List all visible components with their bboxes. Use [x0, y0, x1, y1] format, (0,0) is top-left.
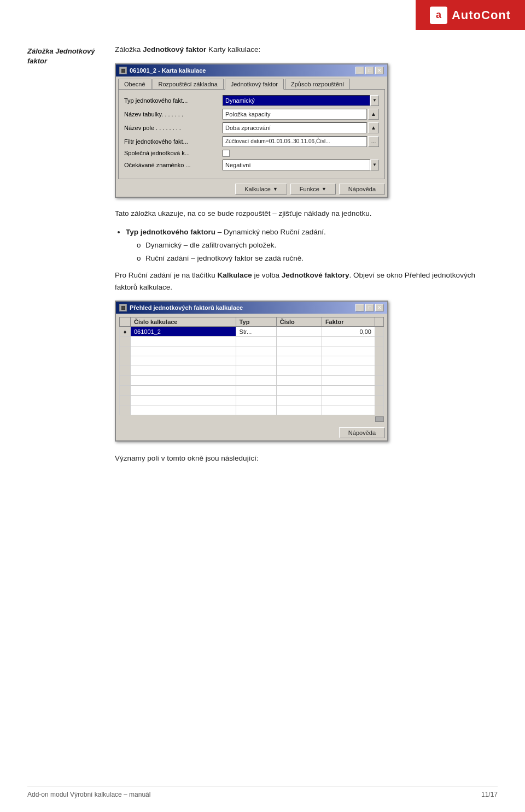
dialog2-close[interactable]: ✕	[375, 304, 384, 311]
btn-kalkulace-label: Kalkulace	[244, 186, 271, 192]
tab-zpusob[interactable]: Způsob rozpouštění	[285, 79, 350, 89]
dropdown-arrow-znamenko[interactable]: ▼	[370, 160, 379, 170]
row1-marker: ♦	[120, 327, 131, 337]
scrollbar-corner	[375, 416, 384, 422]
table-row-2	[120, 337, 384, 346]
dialog1: ▦ 061001_2 - Karta kalkulace _ □ ✕ Obecn…	[115, 63, 388, 198]
sub-list: Dynamický – dle zafiltrovaných položek. …	[137, 240, 498, 264]
logo-bar: a AutoCont	[416, 0, 525, 30]
side-content: Záložka Jednotkový faktor Karty kalkulac…	[115, 44, 498, 472]
dialog2-title: Přehled jednotkových faktorů kalkulace	[130, 304, 243, 311]
row-znamenko: Očekávané znaménko ... Negativní ▼	[124, 160, 379, 170]
table-row-3	[120, 346, 384, 356]
dialog2-controls[interactable]: _ □ ✕	[355, 304, 384, 311]
dialog1-title-left: ▦ 061001_2 - Karta kalkulace	[119, 67, 206, 74]
footer-left: Add-on modul Výrobní kalkulace – manuál	[27, 791, 150, 798]
dialog2-maximize[interactable]: □	[365, 304, 374, 311]
closing-text: Významy polí v tomto okně jsou následují…	[115, 452, 498, 464]
table-row-6	[120, 376, 384, 386]
dialog1-icon: ▦	[119, 67, 127, 74]
dialog2-footer: Nápověda	[116, 425, 387, 440]
dialog1-footer: Kalkulace ▼ Funkce ▼ Nápověda	[116, 181, 387, 197]
table-header-row: Číslo kalkulace Typ Číslo Faktor	[120, 317, 384, 327]
browse-btn-tabulka[interactable]: ▲	[368, 109, 379, 120]
btn-kalkulace[interactable]: Kalkulace ▼	[235, 184, 287, 195]
btn-funkce-label: Funkce	[300, 186, 319, 192]
row-typ: Typ jednotkového fakt... Dynamický ▼	[124, 95, 379, 106]
sub-item-rucni: Ruční zadání – jednotkový faktor se zadá…	[137, 253, 498, 264]
dialog2-title-left: ▦ Přehled jednotkových faktorů kalkulace	[119, 304, 243, 311]
tab-rozpousteci[interactable]: Rozpouštěcí základna	[153, 79, 224, 89]
table-row-1: ♦ 061001_2 Str... 0,00	[120, 327, 384, 337]
table-row-9	[120, 405, 384, 415]
footer-right: 11/17	[481, 791, 498, 798]
btn-kalkulace-arrow: ▼	[273, 186, 278, 192]
btn-napoveda2[interactable]: Nápověda	[339, 427, 385, 438]
scrollbar-h	[119, 416, 384, 422]
win-controls[interactable]: _ □ ✕	[355, 67, 384, 74]
section-jednotkovy: Záložka Jednotkový faktor Záložka Jednot…	[27, 44, 498, 472]
bullet-bold: Typ jednotkového faktoru	[126, 228, 215, 236]
label-pole: Název pole . . . . . . . .	[124, 125, 223, 131]
btn-napoveda2-label: Nápověda	[348, 429, 376, 436]
row1-cislo[interactable]: 061001_2	[131, 327, 236, 337]
checkbox-spolecna[interactable]	[223, 150, 230, 157]
btn-napoveda1-label: Nápověda	[348, 186, 376, 192]
dropdown-arrow-typ[interactable]: ▼	[370, 95, 379, 106]
row1-typ[interactable]: Str...	[236, 327, 276, 337]
table-row-8	[120, 396, 384, 405]
browse-btn-filtr[interactable]: ...	[368, 136, 379, 147]
dialog1-title: 061001_2 - Karta kalkulace	[130, 67, 206, 74]
bullet-list: Typ jednotkového faktoru – Dynamický neb…	[126, 227, 498, 264]
content-block: Tato záložka ukazuje, na co se bude rozp…	[115, 208, 498, 293]
para1: Tato záložka ukazuje, na co se bude rozp…	[115, 208, 498, 220]
dialog1-body: Typ jednotkového fakt... Dynamický ▼ Náz…	[118, 89, 385, 179]
side-label: Záložka Jednotkový faktor	[27, 44, 115, 66]
dialog1-titlebar: ▦ 061001_2 - Karta kalkulace _ □ ✕	[116, 64, 387, 77]
col-marker	[120, 317, 131, 327]
dialog2: ▦ Přehled jednotkových faktorů kalkulace…	[115, 301, 388, 442]
logo-text: AutoCont	[452, 8, 511, 22]
col-cislo-kalkulace: Číslo kalkulace	[131, 317, 236, 327]
tab-obecne[interactable]: Obecné	[118, 79, 151, 89]
input-znamenko[interactable]: Negativní	[223, 160, 370, 170]
page-footer: Add-on modul Výrobní kalkulace – manuál …	[27, 786, 498, 798]
row1-cislo2[interactable]	[276, 327, 322, 337]
btn-funkce[interactable]: Funkce ▼	[290, 184, 336, 195]
table-header: Číslo kalkulace Typ Číslo Faktor	[120, 317, 384, 327]
bullet-item-1: Typ jednotkového faktoru – Dynamický neb…	[126, 227, 498, 264]
btn-napoveda1[interactable]: Nápověda	[339, 184, 385, 195]
input-typ[interactable]: Dynamický	[223, 95, 370, 106]
tab-jednotkovy[interactable]: Jednotkový faktor	[225, 79, 284, 90]
dialog1-tabs: Obecné Rozpouštěcí základna Jednotkový f…	[116, 77, 387, 89]
logo-icon: a	[430, 7, 447, 24]
col-cislo: Číslo	[276, 317, 322, 327]
row-tabulka: Název tabulky. . . . . . . Položka kapac…	[124, 109, 379, 120]
label-typ: Typ jednotkového fakt...	[124, 97, 223, 104]
dialog2-minimize[interactable]: _	[355, 304, 364, 311]
maximize-btn[interactable]: □	[365, 67, 374, 74]
label-spolecna: Společná jednotková k...	[124, 150, 223, 156]
dialog2-icon: ▦	[119, 304, 127, 311]
intro-text: Záložka Jednotkový faktor Karty kalkulac…	[115, 44, 498, 56]
input-tabulka[interactable]: Položka kapacity	[223, 109, 367, 120]
row1-faktor[interactable]: 0,00	[322, 327, 375, 337]
table-row-4	[120, 356, 384, 366]
input-pole[interactable]: Doba zpracování	[223, 122, 367, 133]
row-pole: Název pole . . . . . . . . Doba zpracová…	[124, 122, 379, 133]
close-btn[interactable]: ✕	[375, 67, 384, 74]
label-filtr: Filtr jednotkového fakt...	[124, 138, 223, 145]
row1-scroll	[375, 327, 384, 337]
minimize-btn[interactable]: _	[355, 67, 364, 74]
label-tabulka: Název tabulky. . . . . . .	[124, 111, 223, 117]
row-spolecna: Společná jednotková k...	[124, 150, 379, 157]
sub-item-dynamicky: Dynamický – dle zafiltrovaných položek.	[137, 240, 498, 251]
input-filtr[interactable]: Zúčtovací datum=01.01.06..30.11.06,Čísl.…	[223, 136, 367, 147]
col-scrollbar	[375, 317, 384, 327]
browse-btn-pole[interactable]: ▲	[368, 122, 379, 133]
label-znamenko: Očekávané znaménko ...	[124, 162, 223, 168]
col-faktor: Faktor	[322, 317, 375, 327]
row-filtr: Filtr jednotkového fakt... Zúčtovací dat…	[124, 136, 379, 147]
table-body: ♦ 061001_2 Str... 0,00	[120, 327, 384, 415]
btn-funkce-arrow: ▼	[322, 186, 326, 192]
